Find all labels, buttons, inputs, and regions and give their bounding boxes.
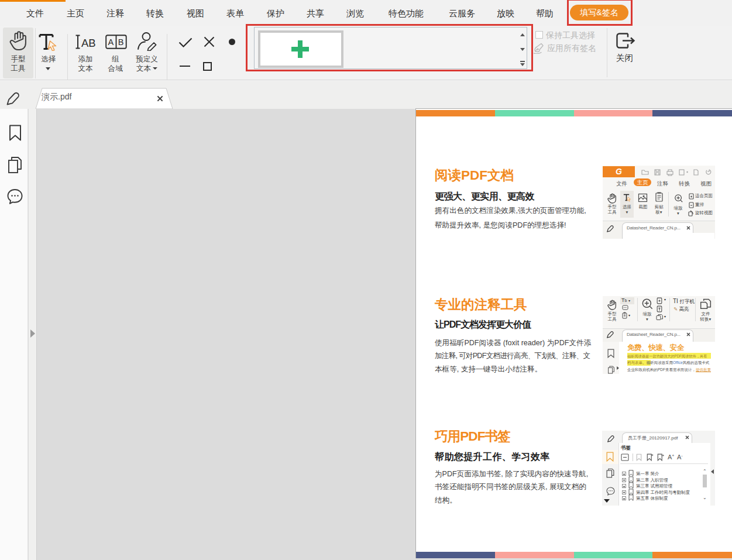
svg-text:B: B bbox=[118, 37, 124, 47]
svg-text:AB: AB bbox=[81, 37, 96, 49]
svg-text:A: A bbox=[108, 37, 114, 47]
